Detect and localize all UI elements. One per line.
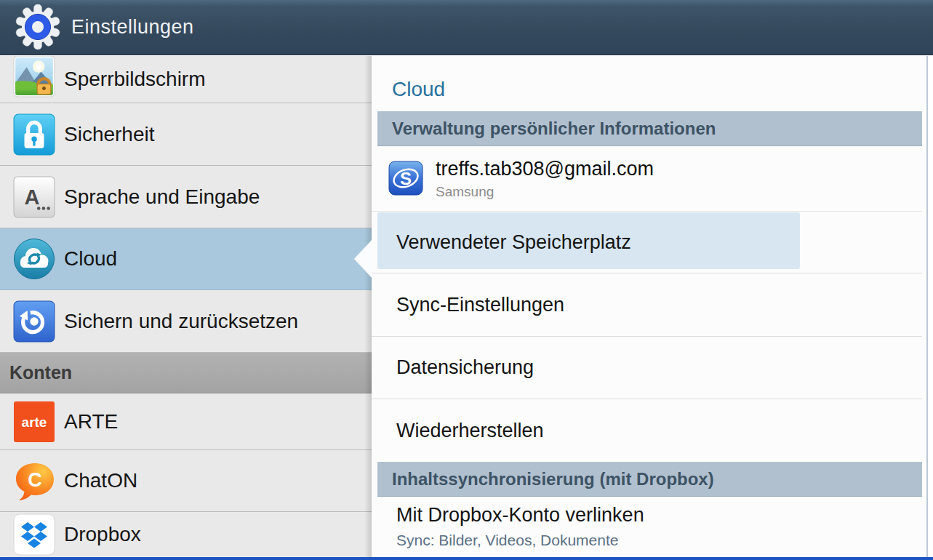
dropbox-app-icon — [13, 513, 55, 556]
settings-gear-icon — [15, 4, 61, 50]
samsung-account-row[interactable]: S treffs.tab308@gmail.com Samsung — [372, 146, 922, 212]
page-title: Cloud — [392, 78, 445, 101]
app-title: Einstellungen — [71, 0, 194, 55]
row-wiederherstellen[interactable]: Wiederherstellen — [372, 399, 922, 462]
row-datensicherung[interactable]: Datensicherung — [372, 337, 922, 399]
chaton-icon-letter: C — [28, 469, 42, 491]
sidebar-item-label: Sprache und Eingabe — [64, 185, 260, 209]
sidebar-section-konten: Konten — [0, 353, 372, 393]
lock-screen-icon — [13, 56, 55, 97]
row-sync-einstellungen[interactable]: Sync-Einstellungen — [372, 273, 922, 337]
row-label: Verwendeter Speicherplatz — [396, 231, 631, 254]
cloud-sync-icon — [13, 238, 55, 280]
title-bar: Einstellungen — [0, 0, 933, 55]
settings-sidebar: Sperrbildschirm Sicherheit — [0, 56, 372, 557]
sidebar-item-chaton[interactable]: C ChatON — [0, 450, 372, 512]
backup-reset-icon — [13, 300, 55, 343]
section-header-verwaltung: Verwaltung persönlicher Informationen — [377, 111, 922, 146]
sidebar-item-dropbox[interactable]: Dropbox — [0, 512, 372, 557]
samsung-account-icon: S — [388, 161, 423, 196]
cloud-detail-panel: Cloud Verwaltung persönlicher Informatio… — [372, 56, 928, 557]
sidebar-item-label: Dropbox — [64, 523, 141, 546]
sidebar-item-label: Sichern und zurücksetzen — [64, 310, 298, 333]
section-header-inhaltssynchronisierung: Inhaltssynchronisierung (mit Dropbox) — [377, 462, 922, 497]
language-icon-letter: A — [24, 185, 39, 209]
samsung-icon-letter: S — [400, 169, 412, 188]
sidebar-item-cloud[interactable]: Cloud — [0, 228, 372, 290]
sidebar-item-arte[interactable]: arte ARTE — [0, 393, 372, 450]
screen-right-edge — [926, 56, 928, 557]
security-lock-icon — [13, 113, 55, 156]
row-label: Sync-Einstellungen — [396, 294, 564, 316]
arte-app-icon: arte — [13, 401, 55, 443]
sidebar-item-sprache-und-eingabe[interactable]: A Sprache und Eingabe — [0, 166, 372, 228]
account-email: treffs.tab308@gmail.com — [436, 158, 654, 180]
chaton-app-icon: C — [13, 460, 55, 502]
settings-app: Einstellungen — [0, 0, 933, 560]
sidebar-item-sichern-und-zuruecksetzen[interactable]: Sichern und zurücksetzen — [0, 290, 372, 353]
account-provider: Samsung — [436, 184, 494, 200]
arte-icon-text: arte — [22, 415, 47, 430]
sidebar-item-label: Sperrbildschirm — [64, 68, 206, 91]
selected-item-pointer — [354, 239, 372, 279]
sidebar-item-sperrbildschirm[interactable]: Sperrbildschirm — [0, 56, 372, 103]
sidebar-item-label: Cloud — [64, 247, 117, 271]
sidebar-item-label: Sicherheit — [64, 123, 155, 146]
row-label: Wiederherstellen — [396, 420, 544, 442]
sidebar-item-label: ChatON — [64, 469, 137, 492]
sidebar-item-label: ARTE — [64, 410, 118, 433]
row-dropbox-konto-verlinken[interactable]: Mit Dropbox-Konto verlinken Sync: Bilder… — [372, 497, 922, 557]
language-input-icon: A — [13, 176, 55, 218]
row-label: Datensicherung — [396, 356, 534, 379]
sidebar-item-sicherheit[interactable]: Sicherheit — [0, 103, 372, 166]
link-row-label: Mit Dropbox-Konto verlinken — [396, 504, 922, 527]
link-row-sublabel: Sync: Bilder, Videos, Dokumente — [396, 532, 922, 549]
screen-bottom-edge — [0, 557, 933, 560]
row-verwendeter-speicherplatz[interactable]: Verwendeter Speicherplatz — [372, 212, 922, 273]
